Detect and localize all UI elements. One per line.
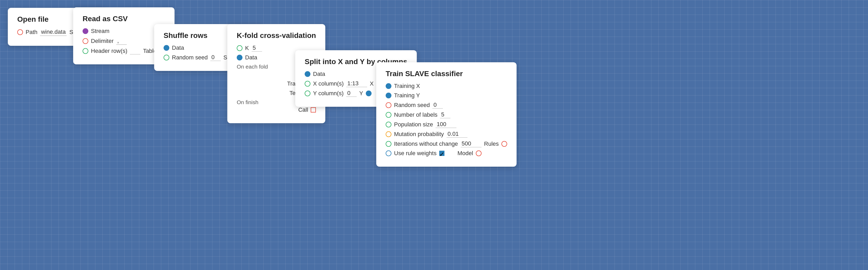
train-slave-popsize-port[interactable] xyxy=(386,122,392,128)
train-slave-seed-port[interactable] xyxy=(386,102,392,108)
train-slave-iter-input[interactable] xyxy=(461,140,482,147)
read-csv-stream-row: Stream xyxy=(83,28,165,34)
train-slave-popsize-input[interactable] xyxy=(436,121,457,128)
train-slave-ty-row: Training Y xyxy=(386,92,507,99)
kfold-call2-square[interactable] xyxy=(311,107,316,112)
split-xy-xcols-port[interactable] xyxy=(305,81,310,87)
shuffle-seed-port[interactable] xyxy=(163,55,169,60)
train-slave-ruleweights-label: Use rule weights xyxy=(394,150,437,157)
read-csv-header-row: Header row(s) Table xyxy=(83,47,165,54)
train-slave-numlabels-port[interactable] xyxy=(386,112,392,118)
train-slave-tx-label: Training X xyxy=(394,83,420,89)
shuffle-data-label: Data xyxy=(172,45,184,51)
read-csv-header-label: Header row(s) xyxy=(91,48,127,54)
split-xy-x-label: X xyxy=(370,80,374,87)
split-xy-ycols-input[interactable] xyxy=(346,90,356,97)
train-slave-seed-label: Random seed xyxy=(394,102,430,109)
kfold-title: K-fold cross-validation xyxy=(237,31,316,40)
train-slave-seed-row: Random seed xyxy=(386,102,507,109)
split-xy-y-label: Y xyxy=(359,90,363,97)
kfold-data-label: Data xyxy=(245,54,257,61)
train-slave-mutprob-label: Mutation probability xyxy=(394,131,444,138)
kfold-k-input[interactable] xyxy=(252,45,262,52)
train-slave-model-port[interactable] xyxy=(476,151,482,156)
read-csv-delimiter-port[interactable] xyxy=(83,38,88,44)
split-xy-ycols-label: Y column(s) xyxy=(313,90,344,97)
split-xy-data-label: Data xyxy=(313,71,325,77)
train-slave-mutprob-row: Mutation probability xyxy=(386,131,507,138)
train-slave-numlabels-input[interactable] xyxy=(440,111,451,118)
train-slave-ty-port[interactable] xyxy=(386,92,392,98)
read-csv-stream-in-port[interactable] xyxy=(83,28,88,34)
shuffle-seed-label: Random seed xyxy=(172,54,208,61)
node-train-slave: Train SLAVE classifier Training X Traini… xyxy=(376,62,517,167)
train-slave-rules-port[interactable] xyxy=(501,141,507,147)
train-slave-ty-label: Training Y xyxy=(394,92,420,99)
kfold-call2-label: Call xyxy=(298,107,308,113)
train-slave-rules-label: Rules xyxy=(484,140,499,147)
kfold-k-port[interactable] xyxy=(237,45,243,51)
shuffle-seed-input[interactable] xyxy=(210,54,221,61)
train-slave-mutprob-port[interactable] xyxy=(386,131,392,137)
read-csv-delimiter-value[interactable]: , xyxy=(116,37,127,45)
train-slave-title: Train SLAVE classifier xyxy=(386,70,507,78)
train-slave-tx-port[interactable] xyxy=(386,83,392,89)
train-slave-iter-row: Iterations without change Rules xyxy=(386,140,507,147)
train-slave-numlabels-label: Number of labels xyxy=(394,111,437,118)
split-xy-ycols-port[interactable] xyxy=(305,90,310,96)
read-csv-header-input[interactable] xyxy=(130,47,140,54)
train-slave-popsize-label: Population size xyxy=(394,121,433,128)
train-slave-numlabels-row: Number of labels xyxy=(386,111,507,118)
train-slave-iter-port[interactable] xyxy=(386,141,392,147)
train-slave-ruleweights-checkbox[interactable]: ✓ xyxy=(439,151,444,156)
train-slave-model-label: Model xyxy=(458,150,473,157)
split-xy-y-port[interactable] xyxy=(366,90,372,96)
read-csv-title: Read as CSV xyxy=(83,15,165,23)
read-csv-stream-label: Stream xyxy=(91,28,110,34)
read-csv-delimiter-row: Delimiter , xyxy=(83,37,165,45)
open-file-path-value[interactable]: wine.data xyxy=(40,28,67,36)
train-slave-iter-label: Iterations without change xyxy=(394,140,458,147)
open-file-path-port[interactable] xyxy=(17,29,23,35)
split-xy-xcols-input[interactable] xyxy=(346,80,367,87)
shuffle-data-in-port[interactable] xyxy=(163,45,169,51)
train-slave-popsize-row: Population size xyxy=(386,121,507,128)
open-file-path-label: Path xyxy=(26,29,37,35)
train-slave-mutprob-input[interactable] xyxy=(446,131,467,138)
kfold-data-port[interactable] xyxy=(237,55,243,60)
kfold-k-label: K xyxy=(245,45,249,52)
train-slave-ruleweights-row: Use rule weights ✓ Model xyxy=(386,150,507,157)
read-csv-header-port[interactable] xyxy=(83,48,88,54)
train-slave-ruleweights-port[interactable] xyxy=(386,151,392,156)
split-xy-data-port[interactable] xyxy=(305,71,310,77)
train-slave-seed-input[interactable] xyxy=(432,102,443,109)
split-xy-xcols-label: X column(s) xyxy=(313,80,344,87)
canvas: Open file Path wine.data Stream Read as … xyxy=(0,0,868,270)
read-csv-delimiter-label: Delimiter xyxy=(91,38,114,45)
train-slave-tx-row: Training X xyxy=(386,83,507,89)
kfold-call2-row: Call xyxy=(237,107,316,113)
